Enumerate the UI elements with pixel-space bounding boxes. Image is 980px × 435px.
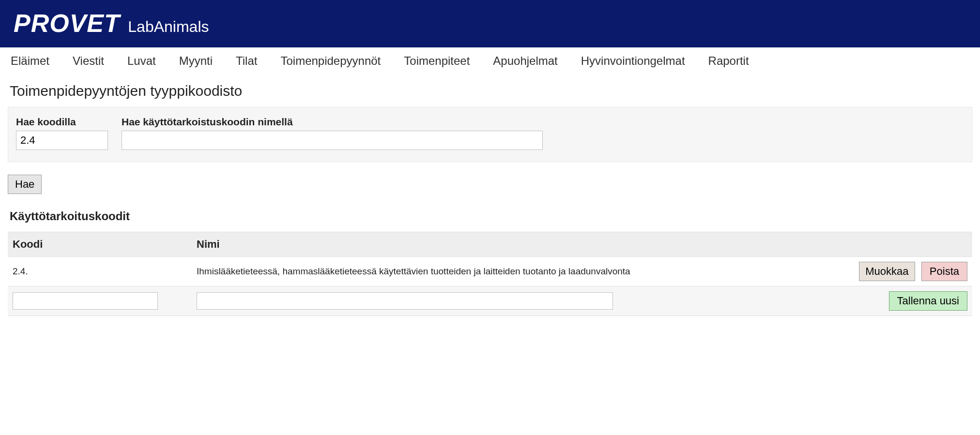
nav-item-luvat[interactable]: Luvat (127, 54, 156, 68)
nav-item-tilat[interactable]: Tilat (236, 54, 257, 68)
results-table-head: Koodi Nimi (8, 232, 972, 257)
new-row-nimi-input[interactable] (197, 292, 613, 310)
app-root: PROVET LabAnimals Eläimet Viestit Luvat … (0, 0, 980, 335)
nav-item-toimenpiteet[interactable]: Toimenpiteet (404, 54, 470, 68)
results-table-body: 2.4. Ihmislääketieteessä, hammaslääketie… (8, 257, 972, 316)
content-area: Toimenpidepyyntöjen tyyppikoodisto Hae k… (0, 75, 980, 335)
nav-item-myynti[interactable]: Myynti (179, 54, 213, 68)
search-name-block: Hae käyttötarkoistuskoodin nimellä (122, 116, 543, 150)
new-row-koodi-input[interactable] (13, 292, 158, 310)
search-button[interactable]: Hae (8, 175, 42, 194)
main-nav: Eläimet Viestit Luvat Myynti Tilat Toime… (0, 47, 980, 75)
new-row-actions: Tallenna uusi (822, 286, 972, 316)
table-new-row: Tallenna uusi (8, 286, 972, 316)
search-row: Hae koodilla Hae käyttötarkoistuskoodin … (16, 116, 964, 150)
results-section-title: Käyttötarkoituskoodit (10, 210, 972, 223)
col-header-actions (822, 232, 972, 257)
nav-item-hyvinvointiongelmat[interactable]: Hyvinvointiongelmat (581, 54, 685, 68)
search-name-label: Hae käyttötarkoistuskoodin nimellä (122, 116, 543, 128)
nav-item-apuohjelmat[interactable]: Apuohjelmat (493, 54, 557, 68)
search-code-input[interactable] (16, 131, 108, 150)
nav-item-raportit[interactable]: Raportit (708, 54, 749, 68)
col-header-koodi: Koodi (8, 232, 192, 257)
brand-main: PROVET (14, 9, 120, 38)
edit-button[interactable]: Muokkaa (859, 262, 915, 281)
search-panel: Hae koodilla Hae käyttötarkoistuskoodin … (8, 107, 972, 162)
search-actions: Hae (8, 175, 972, 194)
nav-item-elaimet[interactable]: Eläimet (11, 54, 49, 68)
brand-sub: LabAnimals (128, 18, 209, 36)
cell-koodi: 2.4. (8, 257, 192, 286)
header-bar: PROVET LabAnimals (0, 0, 980, 47)
save-new-button[interactable]: Tallenna uusi (889, 291, 967, 311)
nav-item-viestit[interactable]: Viestit (73, 54, 104, 68)
new-row-nimi-cell (192, 286, 822, 316)
search-code-block: Hae koodilla (16, 116, 108, 150)
col-header-nimi: Nimi (192, 232, 822, 257)
results-table: Koodi Nimi 2.4. Ihmislääketieteessä, ham… (8, 232, 972, 316)
cell-actions: Muokkaa Poista (822, 257, 972, 286)
new-row-koodi-cell (8, 286, 192, 316)
page-title: Toimenpidepyyntöjen tyyppikoodisto (10, 83, 972, 99)
search-code-label: Hae koodilla (16, 116, 108, 128)
cell-nimi: Ihmislääketieteessä, hammaslääketieteess… (192, 257, 822, 286)
search-name-input[interactable] (122, 131, 543, 150)
nav-item-toimenpidepyynnot[interactable]: Toimenpidepyynnöt (280, 54, 381, 68)
table-row: 2.4. Ihmislääketieteessä, hammaslääketie… (8, 257, 972, 286)
delete-button[interactable]: Poista (921, 262, 967, 281)
